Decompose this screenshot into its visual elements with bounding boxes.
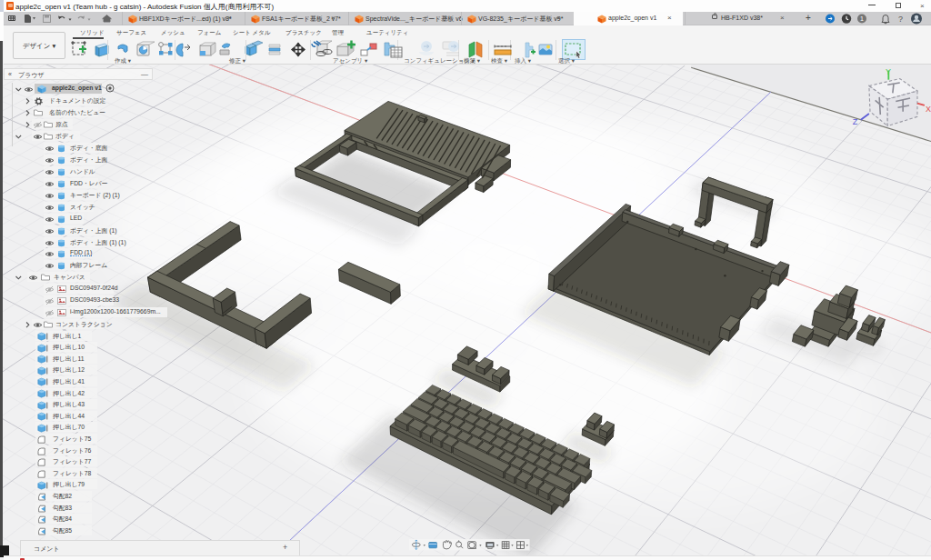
svg-text:1: 1 (860, 15, 864, 22)
svg-text:Y: Y (886, 67, 891, 76)
svg-text:?: ? (898, 15, 903, 24)
svg-text:Z: Z (853, 117, 858, 126)
svg-text:X: X (926, 105, 931, 114)
